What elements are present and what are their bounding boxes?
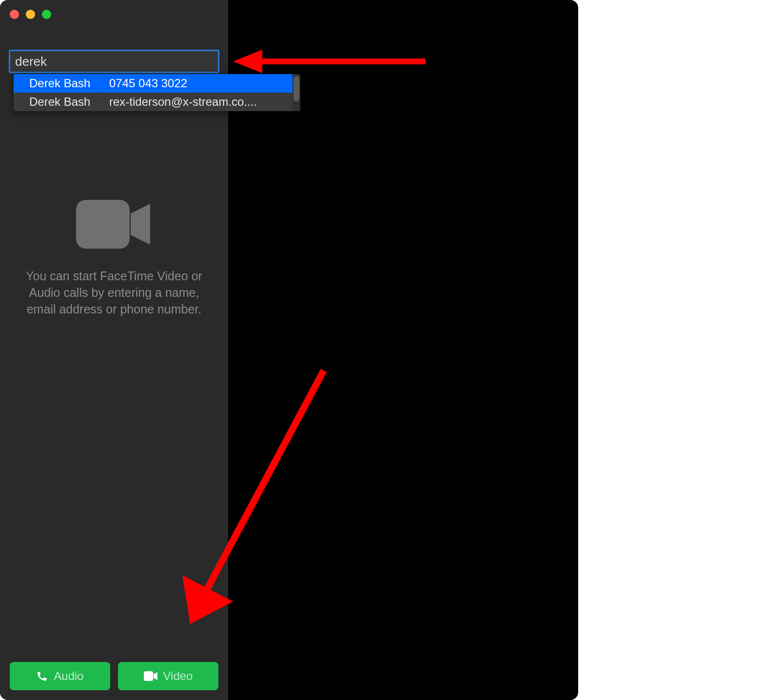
video-icon	[144, 671, 157, 681]
audio-call-button[interactable]: Audio	[10, 662, 110, 690]
svg-line-4	[207, 370, 324, 590]
suggestion-detail: 0745 043 3022	[109, 77, 300, 90]
recipient-search-input[interactable]	[9, 50, 219, 73]
video-call-button[interactable]: Video	[118, 662, 218, 690]
suggestion-detail: rex-tiderson@x-stream.co....	[109, 95, 300, 109]
close-window-button[interactable]	[10, 10, 19, 19]
audio-call-label: Audio	[54, 669, 83, 683]
minimize-window-button[interactable]	[26, 10, 35, 19]
svg-rect-1	[144, 671, 153, 681]
empty-state-hint: You can start FaceTime Video or Audio ca…	[17, 268, 212, 317]
phone-icon	[36, 670, 48, 682]
annotation-arrow-icon	[233, 47, 428, 76]
search-wrap	[9, 50, 219, 73]
facetime-window: Derek Bash 0745 043 3022 Derek Bash rex-…	[0, 0, 578, 700]
autocomplete-item[interactable]: Derek Bash 0745 043 3022	[14, 74, 300, 93]
window-controls	[10, 10, 51, 19]
maximize-window-button[interactable]	[42, 10, 51, 19]
svg-rect-0	[76, 200, 130, 249]
autocomplete-scroll-thumb[interactable]	[293, 76, 299, 101]
svg-marker-3	[233, 50, 262, 73]
autocomplete-scrollbar[interactable]	[292, 74, 300, 111]
suggestion-name: Derek Bash	[29, 95, 109, 109]
annotation-arrow-icon	[168, 361, 343, 634]
autocomplete-item[interactable]: Derek Bash rex-tiderson@x-stream.co....	[14, 93, 300, 111]
video-call-label: Video	[163, 669, 193, 683]
call-button-bar: Audio Video	[10, 662, 218, 690]
camera-icon	[76, 200, 152, 251]
empty-state: You can start FaceTime Video or Audio ca…	[0, 190, 228, 317]
autocomplete-popup: Derek Bash 0745 043 3022 Derek Bash rex-…	[14, 74, 300, 111]
suggestion-name: Derek Bash	[29, 77, 109, 90]
